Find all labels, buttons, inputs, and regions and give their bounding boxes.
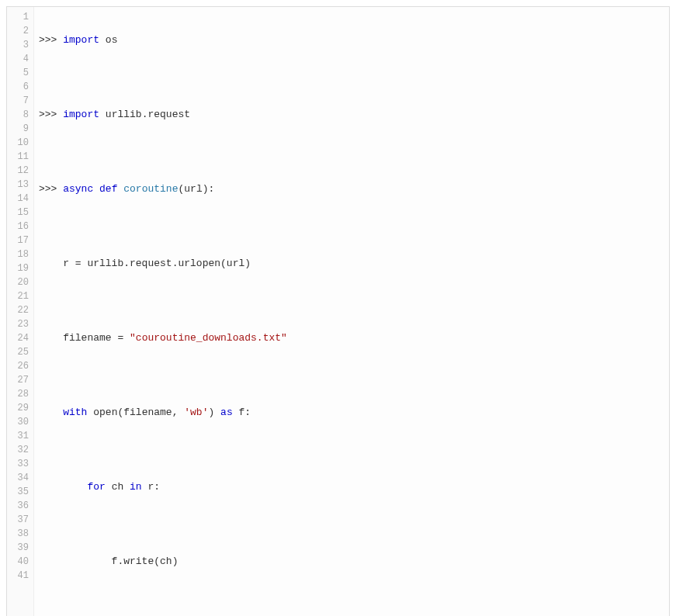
line-number: 25 (7, 345, 33, 359)
code-line (39, 294, 669, 308)
line-number: 4 (7, 52, 33, 66)
line-number: 13 (7, 178, 33, 192)
line-number: 38 (7, 527, 33, 541)
line-number: 17 (7, 234, 33, 247)
line-number: 28 (7, 387, 33, 401)
line-number: 30 (7, 415, 33, 429)
code-line (39, 443, 669, 457)
line-number: 5 (7, 66, 33, 80)
line-number: 11 (7, 150, 33, 164)
line-number: 8 (7, 108, 33, 122)
line-number: 10 (7, 136, 33, 150)
line-number: 2 (7, 24, 33, 38)
line-number: 15 (7, 206, 33, 220)
code-line (39, 220, 669, 234)
code-block: 1234567891011121314151617181920212223242… (6, 6, 670, 616)
code-line: with open(filename, 'wb') as f: (39, 406, 669, 420)
code-line (39, 145, 669, 159)
line-number: 36 (7, 499, 33, 513)
line-number: 9 (7, 122, 33, 136)
line-number: 41 (7, 569, 33, 583)
line-number: 33 (7, 457, 33, 471)
line-number: 21 (7, 289, 33, 303)
code-line (39, 592, 669, 606)
line-number: 35 (7, 485, 33, 499)
code-line (39, 71, 669, 85)
line-number: 31 (7, 429, 33, 443)
line-number: 16 (7, 220, 33, 234)
line-number: 37 (7, 513, 33, 527)
code-line: >>> import os (39, 33, 669, 47)
line-number: 34 (7, 471, 33, 485)
line-number: 29 (7, 401, 33, 415)
code-content: >>> import os >>> import urllib.request … (34, 7, 669, 616)
line-number: 6 (7, 80, 33, 94)
line-number: 22 (7, 303, 33, 317)
line-number: 26 (7, 359, 33, 373)
line-number: 32 (7, 443, 33, 457)
line-number: 14 (7, 192, 33, 206)
line-number: 1 (7, 10, 33, 24)
code-line: filename = "couroutine_downloads.txt" (39, 331, 669, 345)
line-number: 39 (7, 541, 33, 555)
code-line (39, 369, 669, 382)
code-line (39, 517, 669, 531)
line-number: 23 (7, 317, 33, 331)
code-line: f.write(ch) (39, 555, 669, 569)
line-number: 27 (7, 373, 33, 387)
line-number: 20 (7, 275, 33, 289)
line-number: 19 (7, 261, 33, 275)
line-number: 40 (7, 555, 33, 569)
code-line: for ch in r: (39, 480, 669, 494)
line-number: 3 (7, 38, 33, 52)
line-number: 18 (7, 247, 33, 261)
line-number: 7 (7, 94, 33, 108)
line-number: 24 (7, 331, 33, 345)
code-line: >>> import urllib.request (39, 108, 669, 122)
line-number: 12 (7, 164, 33, 178)
code-line: r = urllib.request.urlopen(url) (39, 257, 669, 271)
code-line: >>> async def coroutine(url): (39, 182, 669, 196)
line-number-gutter: 1234567891011121314151617181920212223242… (7, 7, 34, 616)
